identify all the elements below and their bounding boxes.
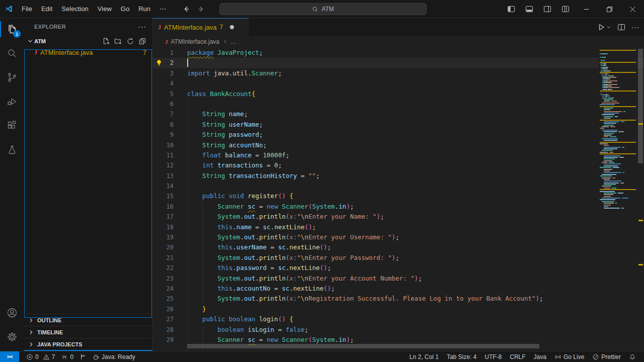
code-line-15[interactable]: 15 public void register() { xyxy=(153,191,644,201)
line-number: 13 xyxy=(153,171,181,181)
overview-warning-mark xyxy=(638,123,643,125)
explorer-icon[interactable]: 1 xyxy=(0,18,24,40)
prettier-status[interactable]: Prettier xyxy=(588,351,625,362)
tab-atminterface[interactable]: J ATMInterface.java 7 xyxy=(153,18,249,36)
minimap[interactable] xyxy=(599,48,637,351)
horizontal-scrollbar-thumb[interactable] xyxy=(187,344,539,348)
menu-file[interactable]: File xyxy=(17,3,37,15)
code-line-21[interactable]: 21 System.out.println(x:"\nEnter your Pa… xyxy=(153,253,644,263)
file-item-atminterface[interactable]: J ATMInterface.java 7 xyxy=(24,47,152,58)
code-line-14[interactable]: 14 xyxy=(153,181,644,191)
explorer-more-actions-icon[interactable]: ··· xyxy=(138,23,146,31)
code-line-20[interactable]: 20 this.userName = sc.nextLine(); xyxy=(153,242,644,252)
code-line-9[interactable]: 9 String password; xyxy=(153,130,644,140)
toggle-secondary-sidebar-icon[interactable] xyxy=(538,0,556,18)
code-line-7[interactable]: 7 String name; xyxy=(153,109,644,119)
section-timeline[interactable]: TIMELINE xyxy=(24,326,152,338)
indentation-status[interactable]: Tab Size: 4 xyxy=(443,351,480,362)
sidebar-title: EXPLORER xyxy=(34,24,66,30)
accounts-icon[interactable] xyxy=(0,302,24,324)
cursor-position[interactable]: Ln 2, Col 1 xyxy=(406,351,443,362)
refresh-icon[interactable] xyxy=(126,37,134,45)
restore-button[interactable] xyxy=(598,0,621,18)
go-live-button[interactable]: Go Live xyxy=(550,351,588,362)
close-window-button[interactable] xyxy=(621,0,644,18)
section-java-projects[interactable]: JAVA PROJECTS xyxy=(24,338,152,350)
toggle-panel-icon[interactable] xyxy=(520,0,538,18)
line-number: 27 xyxy=(153,314,181,324)
menu-view[interactable]: View xyxy=(93,3,116,15)
lightbulb-icon[interactable] xyxy=(155,59,163,66)
nav-forward-icon[interactable] xyxy=(197,5,205,13)
code-line-3[interactable]: 3import java.util.Scanner; xyxy=(153,68,644,78)
menu-run[interactable]: Run xyxy=(134,3,155,15)
split-editor-icon[interactable] xyxy=(617,23,625,31)
testing-icon[interactable] xyxy=(0,139,24,161)
explorer-sidebar: EXPLORER ··· ATM J ATMInterface.java 7 xyxy=(24,18,153,351)
extensions-icon[interactable] xyxy=(0,115,24,137)
breadcrumb-more[interactable]: … xyxy=(230,38,236,45)
menu-go[interactable]: Go xyxy=(116,3,134,15)
unsaved-dot-icon[interactable] xyxy=(230,25,234,29)
nav-back-icon[interactable] xyxy=(182,5,190,13)
menu-more[interactable]: ⋯ xyxy=(155,3,171,15)
remote-indicator[interactable]: >< xyxy=(0,351,19,362)
breadcrumb[interactable]: J ATMInterface.java … xyxy=(153,36,644,48)
code-line-16[interactable]: 16 Scanner sc = new Scanner(System.in); xyxy=(153,202,644,212)
language-mode[interactable]: Java xyxy=(530,351,550,362)
code-line-25[interactable]: 25 System.out.println(x:"\nRegistration … xyxy=(153,294,644,304)
vertical-scrollbar[interactable] xyxy=(637,48,644,351)
search-sidebar-icon[interactable] xyxy=(0,42,24,64)
tab-problems-count: 7 xyxy=(220,24,223,31)
section-outline[interactable]: OUTLINE xyxy=(24,314,152,326)
code-line-10[interactable]: 10 String accountNo; xyxy=(153,140,644,150)
code-line-28[interactable]: 28 boolean isLogin = false; xyxy=(153,325,644,335)
code-line-26[interactable]: 26 } xyxy=(153,304,644,314)
new-folder-icon[interactable] xyxy=(114,37,122,45)
eol-status[interactable]: CRLF xyxy=(506,351,529,362)
minimize-button[interactable] xyxy=(575,0,598,18)
editor-more-actions-icon[interactable]: ··· xyxy=(631,23,640,31)
flag-status[interactable] xyxy=(76,351,90,362)
code-line-27[interactable]: 27 public boolean login() { xyxy=(153,314,644,324)
line-number: 5 xyxy=(153,89,181,99)
breadcrumb-file[interactable]: ATMInterface.java xyxy=(171,38,219,45)
vertical-scrollbar-thumb[interactable] xyxy=(638,49,643,163)
code-line-23[interactable]: 23 System.out.println(x:"\nEnter your Ac… xyxy=(153,274,644,284)
code-line-5[interactable]: 5class BankAccount{ xyxy=(153,89,644,99)
source-control-icon[interactable] xyxy=(0,66,24,88)
notifications-button[interactable] xyxy=(625,351,640,362)
code-editor[interactable]: 1package JavaProject;23import java.util.… xyxy=(153,48,644,351)
java-status[interactable]: Java: Ready xyxy=(90,351,138,362)
customize-layout-icon[interactable] xyxy=(556,0,575,18)
warning-count: 7 xyxy=(52,353,55,360)
file-problems-count: 7 xyxy=(143,49,146,56)
menu-selection[interactable]: Selection xyxy=(57,3,93,15)
code-line-13[interactable]: 13 String transactionHistory = ""; xyxy=(153,171,644,181)
code-line-2[interactable]: 2 xyxy=(153,58,644,68)
code-line-12[interactable]: 12 int transactions = 0; xyxy=(153,160,644,170)
code-line-8[interactable]: 8 String userName; xyxy=(153,120,644,130)
code-line-24[interactable]: 24 this.accountNo = sc.nextLine(); xyxy=(153,284,644,294)
encoding-status[interactable]: UTF-8 xyxy=(480,351,506,362)
toggle-primary-sidebar-icon[interactable] xyxy=(502,0,520,18)
run-java-button[interactable] xyxy=(597,23,611,31)
settings-gear-icon[interactable] xyxy=(0,326,24,348)
code-line-18[interactable]: 18 this.name = sc.nextLine(); xyxy=(153,222,644,232)
code-line-1[interactable]: 1package JavaProject; xyxy=(153,48,644,58)
folder-section-header[interactable]: ATM xyxy=(24,35,152,47)
line-number: 8 xyxy=(153,120,181,130)
collapse-all-icon[interactable] xyxy=(138,37,146,45)
code-line-22[interactable]: 22 this.password = sc.nextLine(); xyxy=(153,263,644,273)
command-center-search[interactable]: ATM xyxy=(219,3,427,15)
menu-edit[interactable]: Edit xyxy=(37,3,57,15)
run-debug-icon[interactable] xyxy=(0,90,24,113)
code-line-6[interactable]: 6 xyxy=(153,99,644,109)
new-file-icon[interactable] xyxy=(102,37,110,45)
code-line-17[interactable]: 17 System.out.println(x:"\nEnter your Na… xyxy=(153,212,644,222)
code-line-11[interactable]: 11 float balance = 10000f; xyxy=(153,150,644,160)
ports-status[interactable]: 0 xyxy=(58,351,76,362)
code-line-19[interactable]: 19 System.out.println(x:"\nEnter your Us… xyxy=(153,232,644,242)
problems-status[interactable]: 0 7 xyxy=(23,351,58,362)
code-line-4[interactable]: 4 xyxy=(153,78,644,88)
